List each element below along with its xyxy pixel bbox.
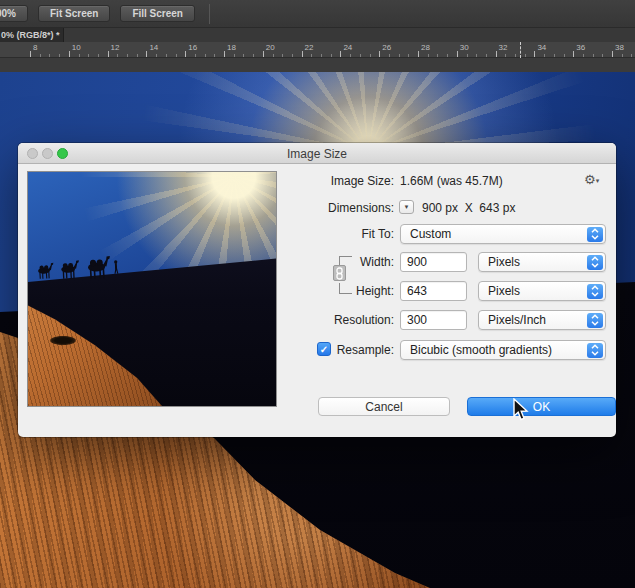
fit-to-value: Custom: [410, 227, 451, 241]
height-label: Height:: [18, 284, 394, 298]
resolution-input[interactable]: [400, 310, 467, 330]
gear-caret-icon: ▾: [596, 177, 600, 184]
fill-screen-button[interactable]: Fill Screen: [120, 5, 195, 22]
ruler-number: 8: [33, 43, 37, 52]
width-unit-value: Pixels: [488, 255, 520, 269]
dimensions-value: 900 px X 643 px: [422, 201, 515, 215]
width-input[interactable]: [400, 252, 467, 272]
mouse-cursor: [512, 398, 532, 422]
document-tab[interactable]: 0% (RGB/8*) *: [0, 28, 64, 42]
dimensions-label: Dimensions:: [18, 201, 394, 215]
resolution-unit-select[interactable]: Pixels/Inch: [478, 310, 606, 330]
image-size-dialog: Image Size: [18, 143, 616, 437]
toolbar-separator: [209, 4, 210, 24]
options-toolbar: 00% Fit Screen Fill Screen: [0, 0, 635, 28]
ok-button[interactable]: OK: [467, 397, 616, 416]
stepper-icon: [587, 343, 603, 359]
ruler-number: 32: [499, 43, 508, 52]
resolution-label: Resolution:: [18, 313, 394, 327]
ruler-number: 38: [615, 43, 624, 52]
fit-to-select[interactable]: Custom: [400, 224, 606, 244]
fit-screen-button[interactable]: Fit Screen: [38, 5, 110, 22]
photoshop-screen: 00% Fit Screen Fill Screen 0% (RGB/8*) *…: [0, 0, 635, 588]
dialog-titlebar[interactable]: Image Size: [18, 143, 616, 164]
ruler-number: 36: [576, 43, 585, 52]
ruler-number: 14: [149, 43, 158, 52]
ruler-number: 26: [382, 43, 391, 52]
ruler-cursor-marker: [520, 42, 521, 58]
image-size-label: Image Size:: [18, 174, 394, 188]
width-label: Width:: [18, 255, 394, 269]
ruler-number: 18: [227, 43, 236, 52]
ruler-number: 22: [305, 43, 314, 52]
stepper-icon: [587, 255, 603, 271]
ruler-number: 28: [421, 43, 430, 52]
dimensions-disclosure-icon[interactable]: ▼: [399, 200, 414, 214]
ruler-number: 16: [188, 43, 197, 52]
gear-icon[interactable]: ⚙▾: [584, 172, 599, 187]
ruler-number: 10: [72, 43, 81, 52]
stepper-icon: [587, 227, 603, 243]
resample-method-value: Bicubic (smooth gradients): [410, 343, 552, 357]
cancel-button[interactable]: Cancel: [318, 397, 450, 416]
ruler-number: 34: [537, 43, 546, 52]
resample-method-select[interactable]: Bicubic (smooth gradients): [400, 340, 606, 360]
ruler-number: 12: [111, 43, 120, 52]
resolution-unit-value: Pixels/Inch: [488, 313, 546, 327]
width-unit-select[interactable]: Pixels: [478, 252, 606, 272]
height-unit-select[interactable]: Pixels: [478, 281, 606, 301]
pasteboard: [0, 58, 635, 72]
zoom-percent-button[interactable]: 00%: [0, 5, 28, 22]
dialog-title: Image Size: [18, 147, 616, 161]
fit-to-label: Fit To:: [18, 227, 394, 241]
stepper-icon: [587, 284, 603, 300]
ruler-number: 20: [266, 43, 275, 52]
image-size-value: 1.66M (was 45.7M): [400, 174, 503, 188]
height-unit-value: Pixels: [488, 284, 520, 298]
stepper-icon: [587, 313, 603, 329]
ruler-number: 30: [460, 43, 469, 52]
height-input[interactable]: [400, 281, 467, 301]
document-tab-bar: 0% (RGB/8*) *: [0, 28, 635, 42]
ruler-number: 24: [343, 43, 352, 52]
horizontal-ruler[interactable]: 8101214161820222426283032343638: [0, 42, 635, 58]
resample-label: Resample:: [18, 343, 394, 357]
